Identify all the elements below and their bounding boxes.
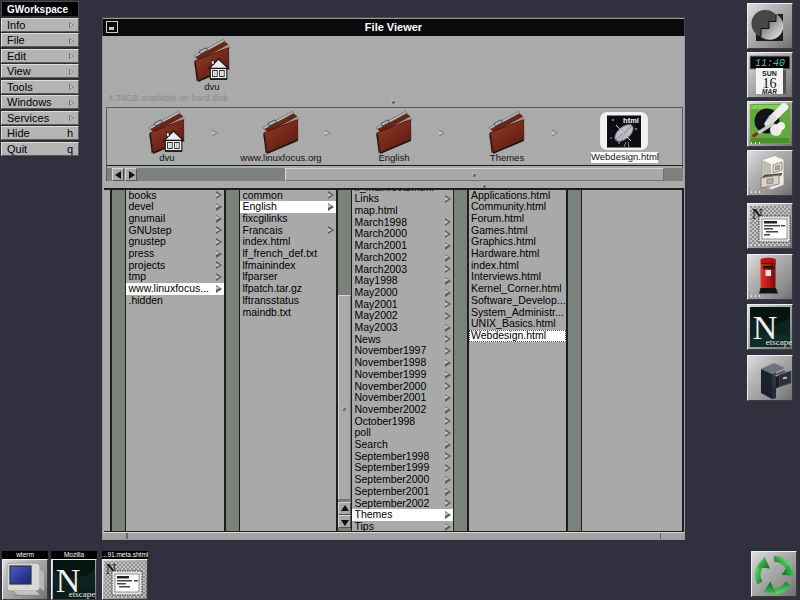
svg-text:etscape: etscape (69, 589, 95, 599)
svg-text:11:40: 11:40 (755, 58, 785, 69)
svg-text:etscape: etscape (766, 336, 792, 346)
svg-text:MAR: MAR (762, 87, 777, 94)
